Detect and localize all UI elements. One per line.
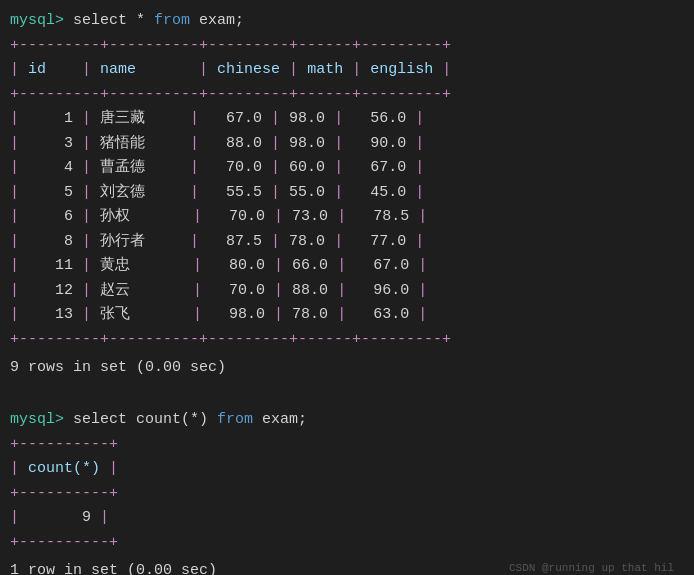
result1-info: 9 rows in set (0.00 sec) bbox=[10, 355, 684, 381]
table1-hline-bottom: +---------+----------+---------+------+-… bbox=[10, 329, 684, 352]
table-row: | 4 | 曹孟德 | 70.0 | 60.0 | 67.0 | bbox=[10, 157, 684, 180]
query1-text: select * bbox=[64, 12, 154, 29]
table1-header: | id | name | chinese | math | english | bbox=[10, 59, 684, 82]
mysql-prompt2: mysql> bbox=[10, 411, 64, 428]
table1-hline-header: +---------+----------+---------+------+-… bbox=[10, 84, 684, 107]
table2-header: | count(*) | bbox=[10, 458, 684, 481]
query2-line: mysql> select count(*) from exam; bbox=[10, 409, 684, 432]
terminal-container: mysql> select * from exam; +---------+--… bbox=[10, 10, 684, 575]
table2-hline-top: +----------+ bbox=[10, 434, 684, 457]
table-row: | 1 | 唐三藏 | 67.0 | 98.0 | 56.0 | bbox=[10, 108, 684, 131]
table-row: | 11 | 黄忠 | 80.0 | 66.0 | 67.0 | bbox=[10, 255, 684, 278]
table2-hline-header: +----------+ bbox=[10, 483, 684, 506]
table-row: | 13 | 张飞 | 98.0 | 78.0 | 63.0 | bbox=[10, 304, 684, 327]
table-row: | 6 | 孙权 | 70.0 | 73.0 | 78.5 | bbox=[10, 206, 684, 229]
table-row: | 3 | 猪悟能 | 88.0 | 98.0 | 90.0 | bbox=[10, 133, 684, 156]
table1-hline-top: +---------+----------+---------+------+-… bbox=[10, 35, 684, 58]
table2-hline-bottom: +----------+ bbox=[10, 532, 684, 555]
mysql-prompt: mysql> bbox=[10, 12, 64, 29]
table-row: | 8 | 孙行者 | 87.5 | 78.0 | 77.0 | bbox=[10, 231, 684, 254]
blank-line bbox=[10, 385, 684, 408]
table-row: | 12 | 赵云 | 70.0 | 88.0 | 96.0 | bbox=[10, 280, 684, 303]
query1-line: mysql> select * from exam; bbox=[10, 10, 684, 33]
table-row: | 5 | 刘玄德 | 55.5 | 55.0 | 45.0 | bbox=[10, 182, 684, 205]
watermark-text: CSDN @running up that hil bbox=[509, 562, 674, 574]
table-row: | 9 | bbox=[10, 507, 684, 530]
